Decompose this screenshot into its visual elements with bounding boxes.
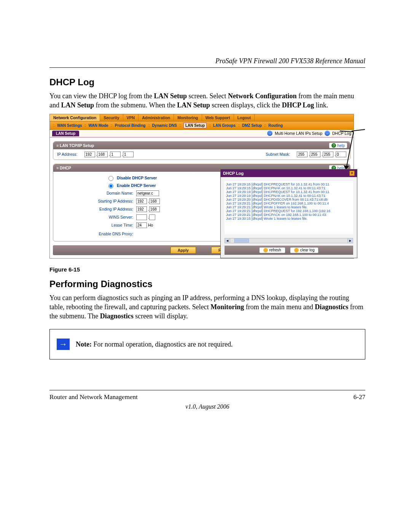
header-rule: [49, 67, 365, 68]
log-line: Jun 27 19:29:20 [dhcpd] DHCPDISCOVER fro…: [226, 198, 352, 201]
figure-caption: Figure 6-15: [49, 266, 365, 273]
subnet-octet-1[interactable]: [297, 152, 307, 157]
domain-name-input[interactable]: [136, 190, 159, 196]
heading-dhcp-log: DHCP Log: [49, 77, 365, 88]
log-line: Jun 27 19:29:19 [dhcpd] DHCPREQUEST for …: [226, 190, 352, 194]
subnav-dynamic-dns[interactable]: Dynamic DNS: [152, 123, 177, 128]
ip-octet-2[interactable]: [97, 152, 108, 157]
log-line: Jun 27 19:29:21 [dhcpd] DHCPACK on 192.1…: [226, 213, 352, 217]
note-text: For normal operation, diagnostics are no…: [92, 340, 233, 348]
nav-vpn[interactable]: VPN: [123, 114, 139, 121]
clear-log-button[interactable]: clear log: [290, 247, 319, 253]
nav-logout[interactable]: Logout: [234, 114, 255, 121]
subnav-protocol-binding[interactable]: Protocol Binding: [115, 123, 146, 128]
footer-rule: [49, 390, 365, 390]
screenshot-figure: Network Configuration Security VPN Admin…: [49, 114, 354, 259]
end-ip-1[interactable]: [136, 206, 147, 212]
log-viewport: Jun 27 19:29:15 [dhcpd] DHCPREQUEST for …: [225, 181, 353, 234]
refresh-button[interactable]: refresh: [259, 247, 285, 253]
group-lan-tcpip: ≡ LAN TCP/IP Setup ?help IP Address: . .…: [53, 141, 350, 160]
subnav-dmz-setup[interactable]: DMZ Setup: [242, 123, 262, 128]
main-nav: Network Configuration Security VPN Admin…: [50, 114, 354, 121]
subnet-octet-4[interactable]: [336, 152, 346, 157]
subnav-routing[interactable]: Routing: [268, 123, 283, 128]
subnav-wan-mode[interactable]: WAN Mode: [89, 123, 108, 128]
wins-server-label: WINS Server:: [57, 215, 133, 219]
footer-right: 6-27: [354, 393, 365, 401]
radio-enable-label: Enable DHCP Server: [117, 183, 156, 188]
para-diagnostics: You can perform diagnostics such as ping…: [49, 293, 365, 321]
refresh-icon: [263, 248, 268, 252]
scroll-left-icon[interactable]: ◄: [225, 238, 230, 243]
popup-title: DHCP Log: [223, 171, 244, 176]
footer-left: Router and Network Management: [49, 393, 138, 401]
log-line: Jun 27 19:29:21 [dhcpd] Wrote 1 leases t…: [226, 205, 352, 209]
start-ip-2[interactable]: [149, 198, 160, 204]
radio-disable-dhcp[interactable]: [108, 176, 113, 181]
close-icon[interactable]: ×: [349, 171, 355, 176]
group-title: ≡ DHCP: [56, 166, 71, 170]
ending-ip-label: Ending IP Address:: [57, 207, 133, 211]
dns-proxy-label: Enable DNS Proxy:: [57, 232, 133, 236]
tab-lan-setup[interactable]: LAN Setup: [52, 131, 79, 136]
heading-diagnostics: Performing Diagnostics: [49, 279, 365, 289]
log-line: Jun 27 19:29:19 [dhcpd] DHCPNAK on 10.1.…: [226, 194, 352, 198]
note-box: → Note: For normal operation, diagnostic…: [49, 329, 365, 359]
nav-administration[interactable]: Administration: [139, 114, 174, 121]
subnet-octet-2[interactable]: [310, 152, 320, 157]
note-bold: Note:: [76, 340, 92, 348]
arrow-icon: [325, 131, 330, 136]
log-line: Jun 27 19:29:15 [dhcpd] DHCPNAK on 10.1.…: [226, 186, 352, 190]
scroll-right-icon[interactable]: ►: [347, 238, 353, 243]
wins-1[interactable]: [136, 214, 147, 220]
help-link[interactable]: ?help: [329, 143, 347, 148]
subnav-lan-groups[interactable]: LAN Groups: [213, 123, 236, 128]
nav-security[interactable]: Security: [100, 114, 123, 121]
nav-web-support[interactable]: Web Support: [202, 114, 234, 121]
starting-ip-label: Starting IP Address:: [57, 199, 133, 203]
ip-octet-4[interactable]: [123, 152, 134, 157]
radio-enable-dhcp[interactable]: [108, 184, 113, 189]
log-line: Jun 27 19:30:15 [dhcpd] Wrote 1 leases t…: [226, 217, 352, 220]
wins-2[interactable]: [149, 214, 155, 220]
note-arrow-icon: →: [57, 339, 70, 350]
link-multihome[interactable]: Multi Home LAN IPs Setup: [275, 131, 322, 136]
start-ip-1[interactable]: [136, 198, 147, 204]
clear-icon: [294, 248, 299, 252]
log-line: Jun 27 19:29:15 [dhcpd] DHCPREQUEST for …: [226, 182, 352, 186]
lease-time-input[interactable]: [136, 222, 147, 228]
ip-address-label: IP Address:: [57, 152, 78, 157]
radio-disable-label: Disable DHCP Server: [117, 176, 157, 180]
subnav-lan-setup[interactable]: LAN Setup: [183, 123, 207, 128]
footer-version: v1.0, August 2006: [49, 403, 365, 410]
lease-time-unit: Ho: [148, 223, 153, 227]
domain-name-label: Domain Name:: [57, 191, 133, 195]
subnet-label: Subnet Mask:: [266, 152, 290, 157]
subnet-octet-3[interactable]: [323, 152, 333, 157]
link-dhcp-log[interactable]: DHCP Log: [332, 131, 351, 136]
nav-network-configuration[interactable]: Network Configuration: [50, 114, 100, 121]
log-line: Jun 27 19:29:21 [dhcpd] DHCPREQUEST for …: [226, 209, 352, 213]
para-dhcp-log: You can view the DHCP log from the LAN S…: [49, 91, 365, 110]
dhcp-log-popup: DHCP Log × Jun 27 19:29:15 [dhcpd] DHCPR…: [220, 169, 357, 258]
nav-monitoring[interactable]: Monitoring: [174, 114, 202, 121]
end-ip-2[interactable]: [149, 206, 160, 212]
scroll-thumb[interactable]: [234, 238, 249, 243]
apply-button[interactable]: Apply: [170, 247, 196, 254]
subnav-wan-settings[interactable]: WAN Settings: [57, 123, 82, 128]
ip-octet-3[interactable]: [110, 152, 121, 157]
lease-time-label: Lease Time:: [57, 223, 133, 227]
doc-header-title: ProSafe VPN Firewall 200 FVX538 Referenc…: [49, 57, 365, 65]
ip-octet-1[interactable]: [84, 152, 95, 157]
log-line: Jun 27 19:29:21 [dhcpd] DHCPOFFER on 192…: [226, 201, 352, 205]
horizontal-scrollbar[interactable]: ◄ ►: [225, 238, 353, 243]
group-title: ≡ LAN TCP/IP Setup: [56, 143, 94, 148]
sub-nav: ::WAN Settings ::WAN Mode ::Protocol Bin…: [50, 121, 354, 130]
arrow-icon: [267, 131, 272, 136]
